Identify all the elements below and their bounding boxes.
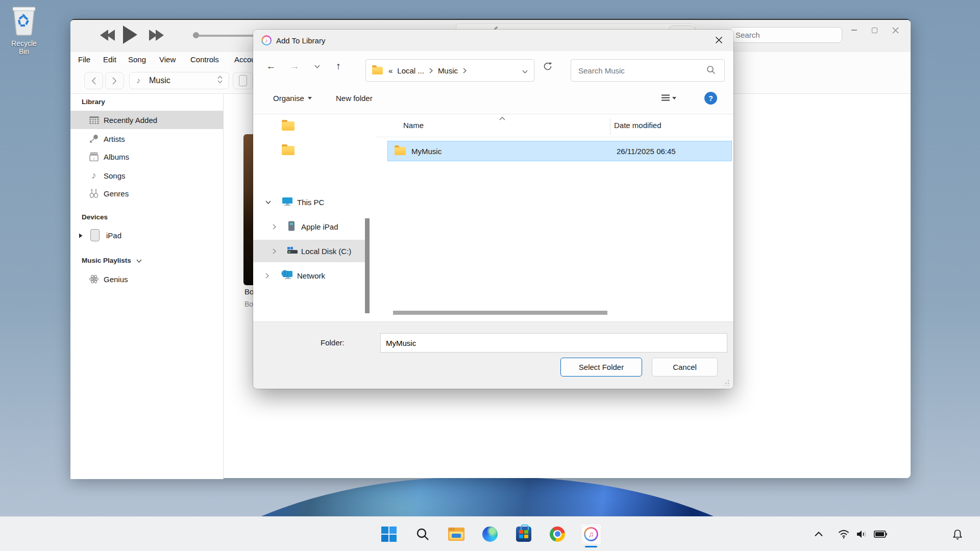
file-name: MyMusic — [411, 147, 442, 156]
tree-item-this-pc[interactable]: This PC — [253, 191, 369, 213]
network-icon — [281, 270, 293, 281]
nav-forward-icon[interactable]: → — [286, 51, 303, 82]
organise-button[interactable]: Organise — [273, 82, 312, 114]
next-track-button[interactable] — [148, 29, 165, 44]
folder-icon — [395, 147, 406, 155]
expander-arrow-icon[interactable] — [79, 231, 83, 240]
sidebar-item-albums[interactable]: ♪ Albums — [70, 147, 224, 166]
itunes-sidebar: Library Recently Added Artists ♪ Albums … — [70, 94, 224, 479]
file-date-modified: 26/11/2025 06:45 — [617, 147, 676, 156]
file-list-header: Name Date modified — [376, 114, 733, 137]
new-folder-button[interactable]: New folder — [336, 82, 373, 114]
menu-view[interactable]: View — [159, 55, 176, 64]
guitars-icon — [87, 189, 101, 198]
header-underline — [376, 137, 733, 137]
menu-song[interactable]: Song — [128, 55, 146, 64]
help-button[interactable]: ? — [704, 92, 717, 105]
folder-icon[interactable] — [282, 121, 295, 131]
itunes-taskbar-button[interactable]: ♫ — [580, 523, 602, 545]
menu-edit[interactable]: Edit — [103, 55, 116, 64]
volume-slider-thumb[interactable] — [193, 32, 199, 38]
column-separator[interactable] — [610, 118, 610, 135]
svg-text:♪: ♪ — [93, 156, 95, 161]
itunes-search-input[interactable] — [730, 27, 842, 43]
microsoft-store-button[interactable] — [513, 523, 534, 545]
file-row-mymusic[interactable]: MyMusic 26/11/2025 06:45 — [387, 141, 732, 161]
chevron-right-icon[interactable] — [273, 224, 276, 230]
chevron-down-icon[interactable] — [265, 201, 271, 204]
recycle-bin[interactable]: Recycle Bin — [6, 5, 42, 56]
chrome-button[interactable] — [547, 523, 568, 545]
this-pc-icon — [282, 197, 293, 208]
microphone-icon — [87, 134, 101, 143]
dialog-title: Add To Library — [276, 36, 325, 45]
dialog-titlebar[interactable]: ♪ Add To Library — [253, 30, 733, 51]
resize-grip[interactable] — [723, 380, 729, 386]
folder-field-label: Folder: — [321, 338, 345, 347]
tree-item-local-disk[interactable]: Local Disk (C:) — [253, 240, 369, 262]
start-button[interactable] — [378, 523, 400, 545]
menu-controls[interactable]: Controls — [190, 55, 219, 64]
address-dropdown-chevron-icon[interactable] — [522, 66, 528, 75]
song-note-icon: ♪ — [87, 170, 101, 181]
sidebar-item-genius[interactable]: Genius — [70, 270, 224, 288]
taskbar-search-button[interactable] — [412, 523, 433, 545]
nav-back-icon[interactable]: ← — [262, 51, 280, 82]
ipad-icon — [88, 229, 102, 241]
sort-ascending-icon — [499, 113, 505, 122]
volume-icon[interactable] — [856, 517, 868, 551]
dialog-nav-row: ← → ↑ « Local ... Music — [253, 51, 733, 82]
media-kind-dropdown[interactable]: ♪ Music — [129, 72, 229, 89]
battery-icon[interactable] — [874, 517, 887, 551]
select-folder-button[interactable]: Select Folder — [560, 358, 642, 377]
notification-bell-icon[interactable] — [952, 517, 963, 551]
recycle-bin-label: Recycle Bin — [6, 39, 42, 56]
folder-icon[interactable] — [282, 146, 295, 155]
albums-icon: ♪ — [87, 152, 101, 161]
genius-atom-icon — [87, 274, 101, 284]
minimize-button[interactable] — [851, 20, 857, 40]
dialog-close-icon[interactable] — [715, 36, 723, 44]
sidebar-item-artists[interactable]: Artists — [70, 130, 224, 148]
tree-item-network[interactable]: Network — [253, 264, 369, 287]
dialog-search-input[interactable] — [571, 59, 725, 82]
address-folder-icon — [372, 67, 383, 74]
nav-up-icon[interactable]: ↑ — [330, 51, 347, 82]
chevron-right-icon[interactable] — [273, 248, 276, 254]
horizontal-scrollbar[interactable] — [393, 311, 607, 315]
close-button[interactable] — [892, 20, 899, 40]
ipad-device-icon — [239, 75, 247, 86]
tree-item-apple-ipad[interactable]: Apple iPad — [253, 215, 369, 238]
album-title: Bo — [244, 287, 254, 296]
folder-name-input[interactable] — [380, 333, 727, 353]
cancel-button[interactable]: Cancel — [652, 358, 718, 377]
breadcrumb-local[interactable]: Local ... — [397, 66, 424, 75]
address-bar[interactable]: « Local ... Music — [365, 59, 534, 82]
device-button[interactable] — [233, 72, 253, 89]
play-button[interactable] — [121, 24, 138, 47]
edge-button[interactable] — [479, 523, 501, 545]
previous-track-button[interactable] — [99, 29, 116, 44]
tray-overflow-chevron-icon[interactable] — [815, 517, 823, 551]
wifi-icon[interactable] — [838, 517, 849, 551]
file-explorer-button[interactable] — [446, 523, 467, 545]
sidebar-item-recently-added[interactable]: Recently Added — [70, 111, 224, 129]
maximize-button[interactable] — [872, 20, 877, 40]
menu-file[interactable]: File — [78, 55, 90, 64]
sidebar-item-songs[interactable]: ♪ Songs — [70, 166, 224, 185]
library-section-header: Library — [82, 98, 105, 106]
column-header-date-modified[interactable]: Date modified — [614, 121, 662, 130]
tree-scrollbar[interactable] — [365, 218, 370, 313]
view-options-button[interactable] — [662, 82, 676, 114]
forward-button[interactable] — [105, 72, 124, 89]
chevron-right-icon[interactable] — [265, 273, 269, 279]
sidebar-item-ipad[interactable]: iPad — [70, 226, 224, 244]
column-header-name[interactable]: Name — [403, 121, 424, 130]
refresh-icon[interactable] — [539, 51, 556, 82]
back-button[interactable] — [84, 72, 103, 89]
sidebar-item-genres[interactable]: Genres — [70, 184, 224, 203]
breadcrumb-music[interactable]: Music — [438, 66, 458, 75]
media-kind-label: Music — [149, 76, 170, 85]
dialog-footer: Folder: Select Folder Cancel — [253, 321, 733, 389]
nav-recent-chevron-icon[interactable] — [308, 51, 326, 82]
